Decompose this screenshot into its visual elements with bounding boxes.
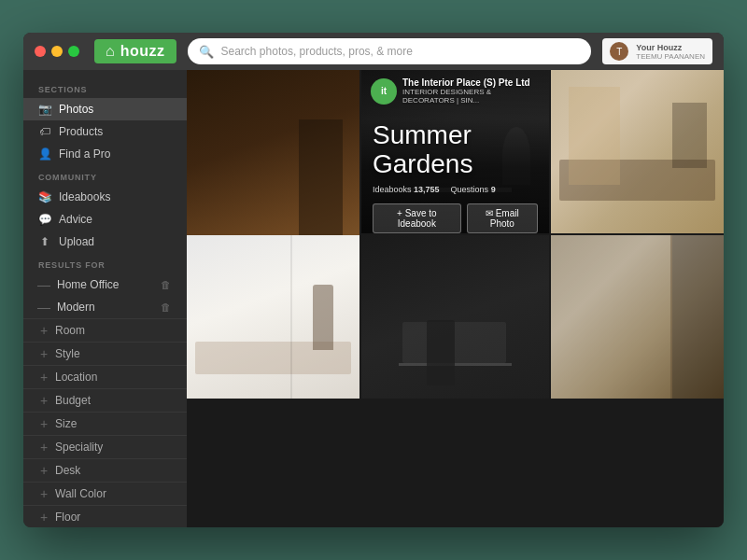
featured-actions: + Save to Ideabook ✉ Email Photo: [373, 203, 538, 233]
sidebar-item-advice[interactable]: 💬 Advice: [23, 208, 187, 231]
filter-speciality[interactable]: + Speciality: [23, 435, 187, 458]
sidebar-label-photos: Photos: [59, 103, 172, 116]
filter-style[interactable]: + Style: [23, 342, 187, 365]
plus-speciality-icon: +: [38, 441, 49, 453]
plus-size-icon: +: [38, 418, 49, 429]
photo-cell-featured[interactable]: it The Interior Place (S) Pte Ltd INTERI…: [361, 70, 549, 233]
delete-home-office-icon[interactable]: 🗑: [159, 278, 172, 291]
search-icon: 🔍: [199, 45, 214, 59]
close-button[interactable]: [35, 46, 46, 57]
featured-stats: Ideabooks 13,755 Questions 9: [373, 185, 538, 194]
user-info: Your Houzz TEEMU PAANANEN: [636, 43, 705, 61]
filter-room[interactable]: + Room: [23, 318, 187, 342]
featured-content: Summer Gardens Ideabooks 13,755 Question…: [361, 112, 549, 233]
search-placeholder: Search photos, products, pros, & more: [221, 45, 413, 58]
app-window: ⌂ houzz 🔍 Search photos, products, pros,…: [23, 33, 724, 527]
houzz-icon: ⌂: [106, 43, 115, 60]
sidebar: SECTIONS 📷 Photos 🏷 Products 👤 Find a Pr…: [23, 70, 187, 527]
filter-label-size: Size: [55, 417, 77, 430]
plus-floor-icon: +: [38, 511, 49, 523]
minus-icon: —: [38, 279, 49, 290]
user-label: Your Houzz: [636, 43, 705, 52]
maximize-button[interactable]: [68, 46, 79, 57]
designer-logo: it: [371, 78, 397, 105]
results-header: RESULTS FOR: [23, 253, 187, 273]
filter-size[interactable]: + Size: [23, 412, 187, 435]
email-photo-button[interactable]: ✉ Email Photo: [467, 203, 538, 233]
result-label-home-office: Home Office: [57, 278, 151, 291]
photo-cell-3[interactable]: [551, 70, 724, 233]
filter-label-wall-color: Wall Color: [55, 487, 106, 500]
filter-label-budget: Budget: [55, 394, 91, 407]
featured-overlay: it The Interior Place (S) Pte Ltd INTERI…: [361, 70, 549, 233]
advice-icon: 💬: [38, 213, 51, 226]
featured-header: it The Interior Place (S) Pte Ltd INTERI…: [361, 70, 549, 112]
plus-desk-icon: +: [38, 465, 49, 476]
logo-text: houzz: [120, 43, 165, 60]
plus-style-icon: +: [38, 348, 49, 359]
filter-label-speciality: Speciality: [55, 441, 103, 454]
plus-location-icon: +: [38, 371, 49, 383]
minimize-button[interactable]: [51, 46, 63, 57]
filter-label-location: Location: [55, 371, 97, 384]
designer-name: The Interior Place (S) Pte Ltd: [402, 77, 540, 88]
plus-budget-icon: +: [38, 395, 49, 406]
filter-location[interactable]: + Location: [23, 365, 187, 388]
sidebar-label-findpro: Find a Pro: [59, 147, 172, 161]
save-ideabook-button[interactable]: + Save to Ideabook: [373, 203, 461, 233]
plus-wallcolor-icon: +: [38, 488, 49, 499]
filter-label-floor: Floor: [55, 511, 80, 524]
plus-room-icon: +: [38, 325, 49, 336]
sidebar-item-photos[interactable]: 📷 Photos: [23, 98, 187, 120]
sidebar-label-products: Products: [59, 125, 172, 138]
user-name: TEEMU PAANANEN: [636, 52, 705, 61]
sidebar-label-upload: Upload: [59, 235, 172, 248]
sidebar-item-modern[interactable]: — Modern 🗑: [23, 296, 187, 318]
result-label-modern: Modern: [57, 301, 151, 314]
avatar: T: [610, 42, 628, 61]
user-area[interactable]: T Your Houzz TEEMU PAANANEN: [602, 38, 712, 64]
filter-floor[interactable]: + Floor: [23, 505, 187, 527]
filter-label-style: Style: [55, 347, 80, 360]
photo-cell-6[interactable]: [361, 235, 549, 399]
sidebar-item-home-office[interactable]: — Home Office 🗑: [23, 273, 187, 296]
sidebar-item-upload[interactable]: ⬆ Upload: [23, 231, 187, 253]
ideabooks-stat: Ideabooks 13,755: [373, 185, 440, 194]
ideabooks-icon: 📚: [38, 190, 51, 203]
sidebar-item-findapro[interactable]: 👤 Find a Pro: [23, 143, 187, 165]
featured-title: Summer Gardens: [373, 121, 538, 179]
sidebar-item-ideabooks[interactable]: 📚 Ideabooks: [23, 186, 187, 208]
sections-header: SECTIONS: [23, 77, 187, 98]
photo-cell-5[interactable]: [187, 235, 359, 399]
filter-label-room: Room: [55, 324, 85, 337]
delete-modern-icon[interactable]: 🗑: [159, 301, 172, 314]
photo-cell-7[interactable]: [551, 235, 724, 399]
sidebar-label-advice: Advice: [59, 213, 172, 226]
designer-type: INTERIOR DESIGNERS & DECORATORS | SIN...: [402, 88, 540, 105]
filter-desk[interactable]: + Desk: [23, 458, 187, 482]
photo-grid: it The Interior Place (S) Pte Ltd INTERI…: [187, 70, 724, 527]
photos-icon: 📷: [38, 103, 51, 116]
logo-area[interactable]: ⌂ houzz: [94, 39, 176, 63]
questions-stat: Questions 9: [451, 185, 496, 194]
traffic-lights: [35, 46, 79, 57]
main-content: SECTIONS 📷 Photos 🏷 Products 👤 Find a Pr…: [23, 70, 724, 527]
filter-label-desk: Desk: [55, 464, 80, 477]
titlebar: ⌂ houzz 🔍 Search photos, products, pros,…: [23, 33, 724, 70]
community-header: COMMUNITY: [23, 165, 187, 186]
sidebar-item-products[interactable]: 🏷 Products: [23, 120, 187, 143]
findpro-icon: 👤: [38, 147, 51, 161]
products-icon: 🏷: [38, 125, 51, 138]
upload-icon: ⬆: [38, 235, 51, 248]
designer-info: The Interior Place (S) Pte Ltd INTERIOR …: [402, 77, 540, 105]
search-bar[interactable]: 🔍 Search photos, products, pros, & more: [188, 38, 592, 64]
filter-budget[interactable]: + Budget: [23, 388, 187, 412]
minus-modern-icon: —: [38, 301, 49, 313]
sidebar-label-ideabooks: Ideabooks: [59, 190, 172, 203]
filter-wall-color[interactable]: + Wall Color: [23, 482, 187, 505]
